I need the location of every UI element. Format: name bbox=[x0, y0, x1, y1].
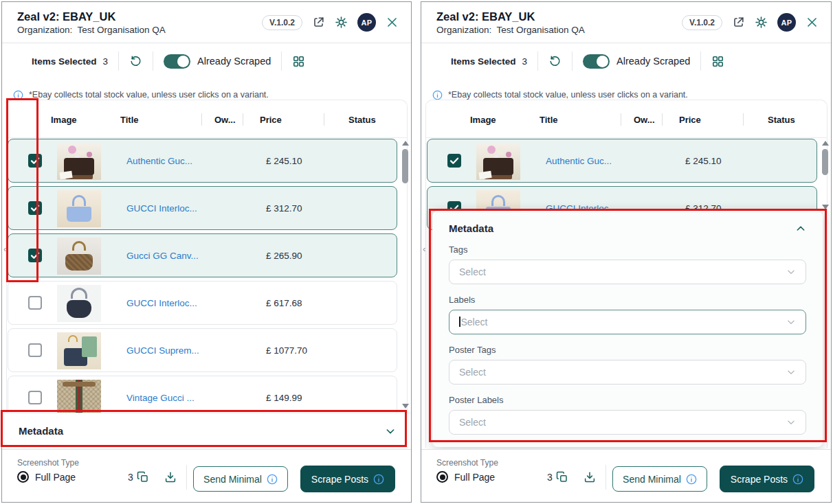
column-status: Status bbox=[768, 115, 795, 125]
chevron-down-icon[interactable] bbox=[385, 426, 396, 437]
copy-icon[interactable] bbox=[556, 471, 568, 483]
scrape-posts-button[interactable]: Scrape Posts bbox=[720, 466, 814, 492]
item-price: £ 617.68 bbox=[266, 298, 302, 308]
item-title-link[interactable]: Authentic Guc... bbox=[546, 156, 612, 166]
column-price: Price bbox=[679, 115, 701, 125]
refresh-icon[interactable] bbox=[129, 55, 142, 68]
external-link-icon[interactable] bbox=[312, 16, 325, 29]
organization-line: Organization: Test Organisation QA bbox=[436, 25, 585, 35]
select-placeholder: Select bbox=[459, 417, 486, 428]
app-title: Zeal v2: EBAY_UK bbox=[436, 10, 585, 24]
item-title-link[interactable]: GUCCI Interloc... bbox=[126, 298, 197, 308]
info-icon bbox=[13, 90, 23, 100]
version-badge: V.1.0.2 bbox=[262, 15, 302, 30]
chevron-down-icon bbox=[786, 367, 796, 377]
scroll-up-arrow[interactable] bbox=[822, 141, 829, 146]
item-title-link[interactable]: GUCCI Suprem... bbox=[126, 345, 199, 356]
already-scraped-label: Already Scraped bbox=[197, 56, 271, 67]
download-icon[interactable] bbox=[584, 471, 596, 483]
table-row[interactable]: GUCCI Suprem... £ 1077.70 bbox=[8, 328, 397, 372]
chevron-up-icon[interactable] bbox=[795, 223, 806, 234]
already-scraped-toggle[interactable] bbox=[164, 54, 190, 69]
item-title-link[interactable]: Authentic Guc... bbox=[126, 156, 192, 166]
column-divider bbox=[743, 113, 744, 126]
chevron-down-icon bbox=[786, 267, 796, 277]
metadata-select[interactable]: Select bbox=[449, 360, 806, 385]
panel-header: Zeal v2: EBAY_UK Organization: Test Orga… bbox=[421, 2, 831, 43]
selected-count-chip: 3 bbox=[547, 471, 568, 483]
settings-gear-icon[interactable] bbox=[755, 16, 768, 29]
column-divider bbox=[201, 113, 202, 126]
send-minimal-button[interactable]: Send Minimal bbox=[193, 466, 288, 492]
row-checkbox[interactable] bbox=[28, 154, 42, 168]
already-scraped-toggle[interactable] bbox=[583, 54, 610, 69]
radio-icon[interactable] bbox=[17, 471, 29, 483]
info-icon bbox=[373, 474, 384, 485]
divider bbox=[572, 51, 573, 71]
metadata-select[interactable]: Select bbox=[449, 260, 806, 284]
column-title: Title bbox=[120, 115, 139, 125]
info-icon bbox=[792, 474, 803, 485]
row-checkbox[interactable] bbox=[447, 154, 461, 168]
metadata-title: Metadata bbox=[449, 222, 493, 234]
already-scraped-label: Already Scraped bbox=[617, 56, 690, 67]
version-badge: V.1.0.2 bbox=[682, 15, 722, 30]
metadata-collapsed-bar[interactable]: Metadata bbox=[2, 413, 411, 448]
full-page-radio[interactable]: Full Page bbox=[436, 471, 495, 483]
item-title-link[interactable]: Vintage Gucci ... bbox=[126, 393, 195, 403]
metadata-field: Tags Select bbox=[449, 244, 806, 284]
table-row[interactable]: GUCCI Interloc... £ 312.70 bbox=[8, 186, 397, 230]
scrape-posts-button[interactable]: Scrape Posts bbox=[300, 466, 395, 492]
panel-collapse-handle[interactable]: ‹ bbox=[423, 244, 425, 254]
full-page-radio[interactable]: Full Page bbox=[17, 471, 76, 483]
table-row[interactable]: GUCCI Interloc... £ 617.68 bbox=[8, 281, 397, 325]
copy-icon[interactable] bbox=[137, 471, 149, 483]
download-icon[interactable] bbox=[164, 471, 177, 483]
item-price: £ 245.10 bbox=[685, 156, 722, 166]
info-icon bbox=[686, 474, 697, 485]
table-row[interactable]: Gucci GG Canv... £ 265.90 bbox=[8, 233, 397, 277]
external-link-icon[interactable] bbox=[732, 16, 745, 29]
divider bbox=[281, 51, 282, 71]
close-icon[interactable] bbox=[806, 16, 819, 29]
scroll-down-arrow[interactable] bbox=[402, 404, 409, 409]
send-minimal-button[interactable]: Send Minimal bbox=[612, 466, 707, 492]
scrollbar[interactable] bbox=[821, 139, 830, 211]
footer: Screenshot Type Full Page 3 Send Minimal… bbox=[421, 449, 831, 502]
extension-panel-collapsed-metadata: Zeal v2: EBAY_UK Organization: Test Orga… bbox=[1, 1, 412, 503]
toolbar: Items Selected3 Already Scraped bbox=[421, 45, 831, 78]
row-checkbox[interactable] bbox=[28, 391, 42, 404]
avatar[interactable]: AP bbox=[357, 13, 376, 32]
refresh-icon[interactable] bbox=[548, 55, 562, 68]
close-icon[interactable] bbox=[386, 16, 399, 29]
scrollbar-thumb[interactable] bbox=[402, 149, 408, 183]
item-title-link[interactable]: GUCCI Interloc... bbox=[126, 203, 197, 214]
table-row[interactable]: Authentic Guc... £ 245.10 bbox=[8, 139, 397, 183]
row-checkbox[interactable] bbox=[28, 249, 42, 262]
radio-icon[interactable] bbox=[436, 471, 448, 483]
grid-view-icon[interactable] bbox=[292, 55, 305, 68]
item-price: £ 149.99 bbox=[266, 393, 302, 403]
row-checkbox[interactable] bbox=[28, 343, 42, 357]
avatar[interactable]: AP bbox=[777, 13, 796, 32]
scroll-down-arrow[interactable] bbox=[822, 205, 829, 209]
table-row[interactable]: Authentic Guc... £ 245.10 bbox=[427, 139, 817, 183]
scrollbar[interactable] bbox=[401, 139, 410, 411]
info-icon bbox=[432, 90, 443, 100]
metadata-select[interactable]: Select bbox=[449, 310, 806, 334]
row-checkbox[interactable] bbox=[28, 296, 42, 310]
grid-view-icon[interactable] bbox=[711, 55, 724, 68]
item-title-link[interactable]: Gucci GG Canv... bbox=[126, 251, 199, 261]
info-icon bbox=[267, 474, 278, 485]
table-row[interactable]: Vintage Gucci ... £ 149.99 bbox=[8, 376, 397, 413]
selected-count: 3 bbox=[547, 472, 553, 483]
metadata-select[interactable]: Select bbox=[449, 410, 806, 435]
scrollbar-thumb[interactable] bbox=[822, 149, 828, 175]
row-checkbox[interactable] bbox=[28, 201, 42, 215]
item-image bbox=[476, 143, 520, 180]
items-selected-label: Items Selected3 bbox=[32, 56, 108, 67]
panel-collapse-handle[interactable]: ‹ bbox=[3, 244, 6, 254]
screenshot-type-label: Screenshot Type bbox=[436, 458, 498, 468]
settings-gear-icon[interactable] bbox=[335, 16, 348, 29]
scroll-up-arrow[interactable] bbox=[402, 141, 409, 146]
